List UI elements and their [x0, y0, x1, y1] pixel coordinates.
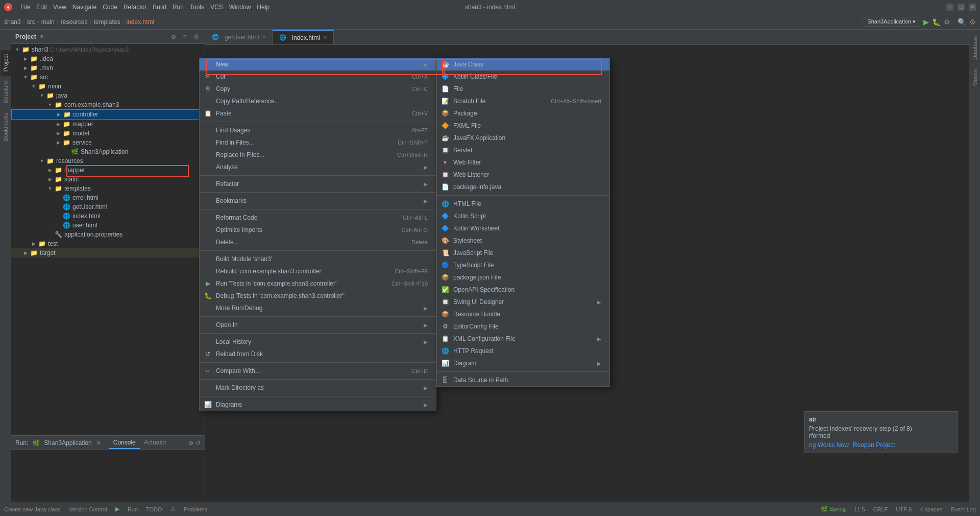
- tab-getuser[interactable]: 🌐 getUser.html ✕: [205, 30, 273, 44]
- menu-build-module-item[interactable]: Build Module 'shan3': [200, 253, 436, 265]
- menu-window[interactable]: Window: [229, 4, 251, 11]
- submenu-xml-config[interactable]: 📋 XML Configuration File ▶: [437, 333, 609, 345]
- submenu-editorconfig[interactable]: ⚙ EditorConfig File: [437, 320, 609, 333]
- run-button[interactable]: ▶: [923, 18, 929, 26]
- search-icon[interactable]: 🔍: [958, 18, 966, 26]
- tree-item-user-html[interactable]: 🌐 user.html: [11, 221, 205, 230]
- menu-refactor-item[interactable]: Refactor ▶: [200, 178, 436, 190]
- submenu-http-request[interactable]: 🌐 HTTP Request: [437, 345, 609, 357]
- submenu-javafx[interactable]: ☕ JavaFX Application: [437, 132, 609, 144]
- menu-view[interactable]: View: [53, 4, 66, 11]
- locate-button[interactable]: ⊕: [169, 32, 178, 41]
- menu-replace-in-files-item[interactable]: Replace in Files... Ctrl+Shift+R: [200, 149, 436, 161]
- run-tab-actuator[interactable]: Actuator: [140, 437, 171, 449]
- tree-item-service[interactable]: ▶ 📁 service: [11, 138, 205, 147]
- menu-debug-tests-item[interactable]: 🐛 Debug 'Tests in 'com.example.shan3.con…: [200, 290, 436, 302]
- menu-paste-item[interactable]: 📋 Paste Ctrl+V: [200, 107, 436, 120]
- menu-bookmarks-item[interactable]: Bookmarks ▶: [200, 195, 436, 207]
- works-now-link[interactable]: ng Works Now: [809, 441, 849, 449]
- minimize-button[interactable]: ─: [946, 4, 953, 11]
- menu-diagrams-item[interactable]: 📊 Diagrams ▶: [200, 398, 436, 411]
- tree-item-test[interactable]: ▶ 📁 test: [11, 239, 205, 248]
- run-tab-console[interactable]: Console: [109, 437, 140, 449]
- submenu-resource-bundle[interactable]: 📦 Resource Bundle: [437, 308, 609, 320]
- menu-delete-item[interactable]: Delete... Delete: [200, 236, 436, 248]
- collapse-button[interactable]: ≡: [180, 32, 189, 41]
- tree-item-resources[interactable]: ▼ 📁 resources: [11, 156, 205, 166]
- menu-cut-item[interactable]: ✂ Cut Ctrl+X: [200, 71, 436, 83]
- menu-compare-item[interactable]: ↔ Compare With... Ctrl+D: [200, 365, 436, 377]
- menu-find-usages-item[interactable]: Find Usages Alt+F7: [200, 124, 436, 136]
- tree-item-main[interactable]: ▼ 📁 main: [11, 82, 205, 91]
- menu-mark-dir-item[interactable]: Mark Directory as ▶: [200, 382, 436, 394]
- menu-code[interactable]: Code: [103, 4, 117, 11]
- right-tab-maven[interactable]: Maven: [970, 65, 980, 90]
- tree-item-mapper-res[interactable]: ▶ 📁 mapper: [11, 166, 205, 175]
- tree-item-getuser-html[interactable]: 🌐 getUser.html: [11, 202, 205, 212]
- submenu-stylesheet[interactable]: 🎨 Stylesheet: [437, 234, 609, 247]
- menu-file[interactable]: File: [20, 4, 30, 11]
- tree-item-mapper-java[interactable]: ▶ 📁 mapper: [11, 120, 205, 129]
- submenu-web-filter[interactable]: ▼ Web Filter: [437, 156, 609, 169]
- tree-item-error-html[interactable]: 🌐 error.html: [11, 193, 205, 202]
- close-button[interactable]: ✕: [969, 4, 976, 11]
- submenu-scratch[interactable]: 📝 Scratch File Ctrl+Alt+Shift+Insert: [437, 95, 609, 107]
- run-toolbar-btn-2[interactable]: ↺: [195, 439, 201, 447]
- menu-optimize-item[interactable]: Optimize Imports Ctrl+Alt+O: [200, 224, 436, 236]
- submenu-swing-ui[interactable]: 🔲 Swing UI Designer ▶: [437, 296, 609, 308]
- tab-getuser-close[interactable]: ✕: [262, 34, 266, 40]
- tree-item-java[interactable]: ▼ 📁 java: [11, 91, 205, 100]
- menu-open-in-item[interactable]: Open In ▶: [200, 319, 436, 331]
- maximize-button[interactable]: □: [958, 4, 965, 11]
- breadcrumb-templates[interactable]: templates: [93, 18, 120, 26]
- submenu-ts-file[interactable]: 🔵 TypeScript File: [437, 259, 609, 271]
- menu-refactor[interactable]: Refactor: [124, 4, 146, 11]
- reopen-project-link[interactable]: Reopen Project: [853, 441, 895, 449]
- tree-item-app-class[interactable]: 🌿 Shan3Application: [11, 147, 205, 156]
- submenu-java-class[interactable]: ☕ Java Class: [437, 58, 609, 71]
- tab-index-close[interactable]: ✕: [323, 35, 327, 40]
- status-todo[interactable]: TODO: [146, 506, 162, 512]
- submenu-diagram[interactable]: 📊 Diagram ▶: [437, 357, 609, 369]
- tree-item-shan3[interactable]: ▼ 📁 shan3 C:\Users\哈\IdeaProjects\shan3: [11, 45, 205, 54]
- run-config-dropdown[interactable]: Shan3Application ▾: [863, 17, 920, 27]
- submenu-package[interactable]: 📦 Package: [437, 107, 609, 120]
- menu-reload-item[interactable]: ↺ Reload from Disk: [200, 348, 436, 360]
- menu-run-tests-item[interactable]: ▶ Run 'Tests in 'com.example.shan3.contr…: [200, 277, 436, 290]
- tree-item-controller[interactable]: ▶ 📁 controller: [11, 109, 205, 120]
- tree-item-idea[interactable]: ▶ 📁 .idea: [11, 54, 205, 63]
- status-problems[interactable]: Problems: [184, 506, 207, 512]
- submenu-kotlin-script[interactable]: 🔷 Kotlin Script: [437, 210, 609, 222]
- indent[interactable]: 4 spaces: [920, 506, 942, 512]
- menu-help[interactable]: Help: [257, 4, 270, 11]
- left-tab-project[interactable]: Project: [1, 50, 11, 76]
- submenu-servlet[interactable]: 🔲 Servlet: [437, 144, 609, 156]
- tree-item-static[interactable]: ▶ 📁 static: [11, 175, 205, 184]
- breadcrumb-resources[interactable]: resources: [61, 18, 88, 26]
- submenu-kotlin-worksheet[interactable]: 🔷 Kotlin Worksheet: [437, 222, 609, 234]
- menu-run[interactable]: Run: [173, 4, 184, 11]
- debug-button[interactable]: 🐛: [932, 18, 941, 26]
- tree-item-model[interactable]: ▶ 📁 model: [11, 129, 205, 138]
- tree-item-app-props[interactable]: 🔧 application.properties: [11, 230, 205, 239]
- menu-find-in-files-item[interactable]: Find in Files... Ctrl+Shift+F: [200, 136, 436, 149]
- submenu-web-listener[interactable]: 🔲 Web Listener: [437, 169, 609, 181]
- status-run[interactable]: Run: [128, 506, 138, 512]
- submenu-fxml[interactable]: 🔶 FXML File: [437, 120, 609, 132]
- submenu-package-info[interactable]: 📄 package-info.java: [437, 181, 609, 193]
- tree-item-target[interactable]: ▶ 📁 target: [11, 248, 205, 257]
- tree-item-mvn[interactable]: ▶ 📁 .mvn: [11, 63, 205, 73]
- menu-reformat-item[interactable]: Reformat Code Ctrl+Alt+L: [200, 212, 436, 224]
- breadcrumb-shan3[interactable]: shan3: [4, 18, 21, 26]
- tree-item-templates[interactable]: ▼ 📁 templates: [11, 184, 205, 193]
- menu-rebuild-item[interactable]: Rebuild 'com.example.shan3.controller' C…: [200, 265, 436, 277]
- breadcrumb-main[interactable]: main: [41, 18, 55, 26]
- menu-local-history-item[interactable]: Local History ▶: [200, 336, 436, 348]
- submenu-html-file[interactable]: 🌐 HTML File: [437, 198, 609, 210]
- menu-edit[interactable]: Edit: [36, 4, 47, 11]
- menu-copy-path-item[interactable]: Copy Path/Reference...: [200, 95, 436, 107]
- menu-tools[interactable]: Tools: [190, 4, 204, 11]
- breadcrumb-file[interactable]: index.html: [126, 18, 154, 26]
- submenu-openapi[interactable]: ✅ OpenAPI Specification: [437, 284, 609, 296]
- menu-navigate[interactable]: Navigate: [72, 4, 96, 11]
